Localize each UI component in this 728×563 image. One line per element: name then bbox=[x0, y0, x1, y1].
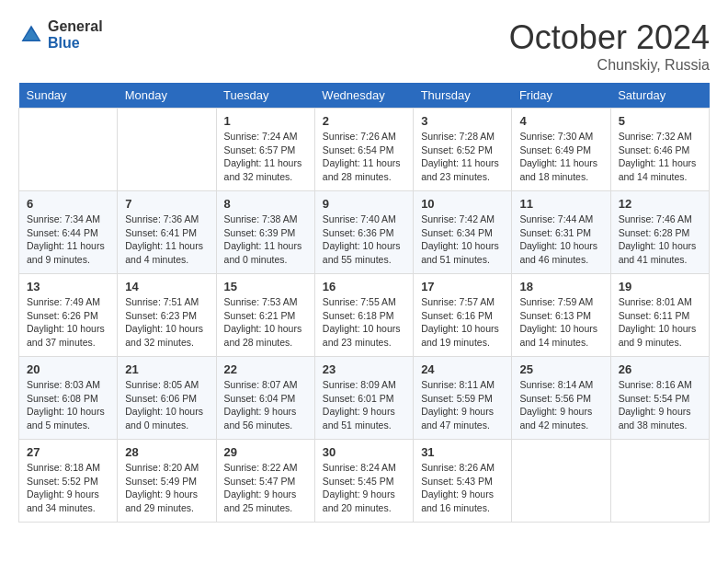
day-number: 21 bbox=[125, 362, 208, 376]
day-of-week-header: Tuesday bbox=[216, 83, 314, 109]
day-of-week-header: Monday bbox=[118, 83, 216, 109]
calendar-cell: 9Sunrise: 7:40 AMSunset: 6:36 PMDaylight… bbox=[314, 191, 413, 274]
calendar-cell: 1Sunrise: 7:24 AMSunset: 6:57 PMDaylight… bbox=[216, 109, 314, 191]
day-info: Sunrise: 8:26 AMSunset: 5:43 PMDaylight:… bbox=[421, 461, 504, 515]
calendar-cell: 27Sunrise: 8:18 AMSunset: 5:52 PMDayligh… bbox=[19, 440, 118, 523]
day-info: Sunrise: 7:49 AMSunset: 6:26 PMDaylight:… bbox=[27, 295, 109, 350]
day-info: Sunrise: 8:16 AMSunset: 5:54 PMDaylight:… bbox=[619, 378, 701, 432]
calendar-cell: 13Sunrise: 7:49 AMSunset: 6:26 PMDayligh… bbox=[19, 274, 118, 357]
month-title: October 2024 bbox=[509, 18, 710, 57]
location: Chunskiy, Russia bbox=[509, 57, 710, 74]
day-of-week-header: Friday bbox=[512, 83, 610, 109]
calendar-cell: 4Sunrise: 7:30 AMSunset: 6:49 PMDaylight… bbox=[512, 109, 610, 191]
day-number: 23 bbox=[323, 362, 405, 376]
day-info: Sunrise: 7:51 AMSunset: 6:23 PMDaylight:… bbox=[125, 295, 208, 350]
day-info: Sunrise: 7:24 AMSunset: 6:57 PMDaylight:… bbox=[224, 130, 307, 184]
day-info: Sunrise: 7:26 AMSunset: 6:54 PMDaylight:… bbox=[323, 130, 405, 184]
calendar-cell: 16Sunrise: 7:55 AMSunset: 6:18 PMDayligh… bbox=[314, 274, 413, 357]
calendar-cell bbox=[610, 440, 709, 523]
calendar-cell: 28Sunrise: 8:20 AMSunset: 5:49 PMDayligh… bbox=[118, 440, 216, 523]
calendar-cell: 30Sunrise: 8:24 AMSunset: 5:45 PMDayligh… bbox=[314, 440, 413, 523]
calendar-cell: 31Sunrise: 8:26 AMSunset: 5:43 PMDayligh… bbox=[414, 440, 512, 523]
day-number: 28 bbox=[125, 445, 208, 459]
day-info: Sunrise: 7:55 AMSunset: 6:18 PMDaylight:… bbox=[323, 295, 405, 350]
day-number: 7 bbox=[125, 197, 208, 211]
day-info: Sunrise: 8:07 AMSunset: 6:04 PMDaylight:… bbox=[224, 378, 307, 432]
day-info: Sunrise: 7:40 AMSunset: 6:36 PMDaylight:… bbox=[323, 213, 405, 267]
calendar-cell: 3Sunrise: 7:28 AMSunset: 6:52 PMDaylight… bbox=[414, 109, 512, 191]
day-info: Sunrise: 7:30 AMSunset: 6:49 PMDaylight:… bbox=[519, 130, 602, 184]
day-info: Sunrise: 8:24 AMSunset: 5:45 PMDaylight:… bbox=[323, 461, 405, 515]
day-info: Sunrise: 8:03 AMSunset: 6:08 PMDaylight:… bbox=[27, 378, 109, 432]
logo: General Blue bbox=[18, 18, 103, 51]
day-info: Sunrise: 8:11 AMSunset: 5:59 PMDaylight:… bbox=[421, 378, 504, 432]
day-info: Sunrise: 8:01 AMSunset: 6:11 PMDaylight:… bbox=[619, 295, 701, 350]
calendar-cell: 2Sunrise: 7:26 AMSunset: 6:54 PMDaylight… bbox=[314, 109, 413, 191]
day-info: Sunrise: 8:09 AMSunset: 6:01 PMDaylight:… bbox=[323, 378, 405, 432]
day-number: 1 bbox=[224, 114, 307, 128]
day-number: 24 bbox=[421, 362, 504, 376]
calendar-cell bbox=[118, 109, 216, 191]
calendar-cell: 14Sunrise: 7:51 AMSunset: 6:23 PMDayligh… bbox=[118, 274, 216, 357]
day-of-week-header: Thursday bbox=[414, 83, 512, 109]
day-info: Sunrise: 7:46 AMSunset: 6:28 PMDaylight:… bbox=[619, 213, 701, 267]
calendar-cell: 15Sunrise: 7:53 AMSunset: 6:21 PMDayligh… bbox=[216, 274, 314, 357]
day-number: 3 bbox=[421, 114, 504, 128]
day-number: 15 bbox=[224, 280, 307, 293]
calendar-cell: 8Sunrise: 7:38 AMSunset: 6:39 PMDaylight… bbox=[216, 191, 314, 274]
calendar-week-row: 6Sunrise: 7:34 AMSunset: 6:44 PMDaylight… bbox=[19, 191, 710, 274]
day-number: 4 bbox=[519, 114, 602, 128]
day-number: 9 bbox=[323, 197, 405, 211]
day-number: 6 bbox=[27, 197, 109, 211]
calendar-week-row: 13Sunrise: 7:49 AMSunset: 6:26 PMDayligh… bbox=[19, 274, 710, 357]
day-number: 17 bbox=[421, 280, 504, 293]
day-info: Sunrise: 7:42 AMSunset: 6:34 PMDaylight:… bbox=[421, 213, 504, 267]
calendar-week-row: 1Sunrise: 7:24 AMSunset: 6:57 PMDaylight… bbox=[19, 109, 710, 191]
day-number: 13 bbox=[27, 280, 109, 293]
calendar-cell: 24Sunrise: 8:11 AMSunset: 5:59 PMDayligh… bbox=[414, 357, 512, 440]
calendar-cell: 18Sunrise: 7:59 AMSunset: 6:13 PMDayligh… bbox=[512, 274, 610, 357]
calendar-cell: 10Sunrise: 7:42 AMSunset: 6:34 PMDayligh… bbox=[414, 191, 512, 274]
calendar-cell: 7Sunrise: 7:36 AMSunset: 6:41 PMDaylight… bbox=[118, 191, 216, 274]
calendar-cell: 21Sunrise: 8:05 AMSunset: 6:06 PMDayligh… bbox=[118, 357, 216, 440]
day-info: Sunrise: 7:53 AMSunset: 6:21 PMDaylight:… bbox=[224, 295, 307, 350]
calendar-cell: 17Sunrise: 7:57 AMSunset: 6:16 PMDayligh… bbox=[414, 274, 512, 357]
day-number: 19 bbox=[619, 280, 701, 293]
calendar-cell: 26Sunrise: 8:16 AMSunset: 5:54 PMDayligh… bbox=[610, 357, 709, 440]
day-info: Sunrise: 8:20 AMSunset: 5:49 PMDaylight:… bbox=[125, 461, 208, 515]
calendar-cell: 11Sunrise: 7:44 AMSunset: 6:31 PMDayligh… bbox=[512, 191, 610, 274]
calendar-table: SundayMondayTuesdayWednesdayThursdayFrid… bbox=[18, 83, 710, 523]
day-of-week-header: Saturday bbox=[610, 83, 709, 109]
day-number: 2 bbox=[323, 114, 405, 128]
calendar-cell bbox=[512, 440, 610, 523]
day-of-week-header: Sunday bbox=[19, 83, 118, 109]
day-number: 29 bbox=[224, 445, 307, 459]
logo-icon bbox=[18, 22, 44, 48]
day-of-week-header: Wednesday bbox=[314, 83, 413, 109]
calendar-week-row: 20Sunrise: 8:03 AMSunset: 6:08 PMDayligh… bbox=[19, 357, 710, 440]
day-info: Sunrise: 7:59 AMSunset: 6:13 PMDaylight:… bbox=[519, 295, 602, 350]
calendar-week-row: 27Sunrise: 8:18 AMSunset: 5:52 PMDayligh… bbox=[19, 440, 710, 523]
logo-general: General bbox=[48, 18, 103, 35]
day-info: Sunrise: 7:32 AMSunset: 6:46 PMDaylight:… bbox=[619, 130, 701, 184]
day-number: 11 bbox=[519, 197, 602, 211]
day-number: 22 bbox=[224, 362, 307, 376]
day-number: 30 bbox=[323, 445, 405, 459]
day-number: 18 bbox=[519, 280, 602, 293]
calendar-cell: 22Sunrise: 8:07 AMSunset: 6:04 PMDayligh… bbox=[216, 357, 314, 440]
day-info: Sunrise: 7:36 AMSunset: 6:41 PMDaylight:… bbox=[125, 213, 208, 267]
day-number: 31 bbox=[421, 445, 504, 459]
day-number: 12 bbox=[619, 197, 701, 211]
day-number: 20 bbox=[27, 362, 109, 376]
day-info: Sunrise: 7:34 AMSunset: 6:44 PMDaylight:… bbox=[27, 213, 109, 267]
day-number: 8 bbox=[224, 197, 307, 211]
day-info: Sunrise: 8:22 AMSunset: 5:47 PMDaylight:… bbox=[224, 461, 307, 515]
day-info: Sunrise: 8:05 AMSunset: 6:06 PMDaylight:… bbox=[125, 378, 208, 432]
calendar-cell: 12Sunrise: 7:46 AMSunset: 6:28 PMDayligh… bbox=[610, 191, 709, 274]
logo-text: General Blue bbox=[48, 18, 103, 51]
calendar-header-row: SundayMondayTuesdayWednesdayThursdayFrid… bbox=[19, 83, 710, 109]
calendar-cell: 19Sunrise: 8:01 AMSunset: 6:11 PMDayligh… bbox=[610, 274, 709, 357]
page-header: General Blue October 2024 Chunskiy, Russ… bbox=[18, 18, 710, 74]
day-info: Sunrise: 7:28 AMSunset: 6:52 PMDaylight:… bbox=[421, 130, 504, 184]
day-info: Sunrise: 8:18 AMSunset: 5:52 PMDaylight:… bbox=[27, 461, 109, 515]
